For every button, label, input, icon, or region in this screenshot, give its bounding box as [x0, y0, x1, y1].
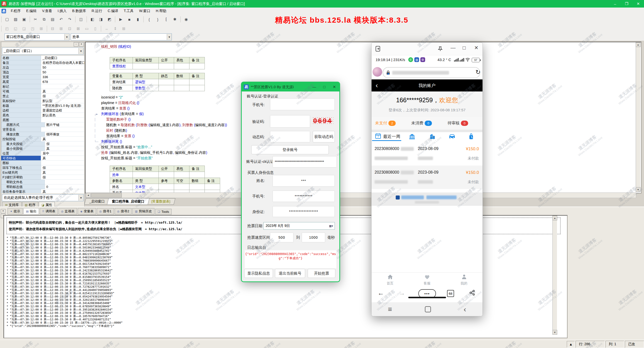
property-value[interactable]: 在程序启动后自动调入本窗口: [41, 60, 84, 65]
property-value[interactable]: 真: [41, 89, 84, 94]
property-value[interactable]: [41, 127, 84, 132]
maximize-icon[interactable]: □: [463, 45, 466, 51]
stop-icon[interactable]: ■: [125, 16, 133, 23]
win1-icon[interactable]: ◧: [88, 16, 96, 23]
output-tab-提示[interactable]: ✦提示: [8, 208, 23, 215]
menu-item[interactable]: C.编译: [105, 8, 121, 14]
open-icon[interactable]: ▨: [12, 16, 20, 23]
scroll-left-icon[interactable]: ◄: [86, 193, 91, 198]
scroll-up-icon[interactable]: ▲: [636, 42, 640, 47]
order-row[interactable]: 202308080002023-08-09¥150.0未付款: [372, 166, 482, 189]
property-value[interactable]: 真: [41, 156, 84, 161]
chevron-down-icon[interactable]: ▼: [64, 34, 69, 40]
sz3-icon[interactable]: ⊞: [120, 25, 128, 32]
code-vertical-scrollbar[interactable]: ▲ ▼: [636, 42, 640, 192]
property-row[interactable]: 底图方式图片平铺: [1, 122, 84, 127]
copy-icon[interactable]: ⧉: [40, 16, 48, 23]
grid2-icon[interactable]: ◱: [12, 25, 20, 32]
chevron-down-icon[interactable]: ▼: [78, 195, 83, 201]
property-row[interactable]: 可视真: [1, 89, 84, 94]
scroll-down-icon[interactable]: ▼: [636, 187, 640, 192]
property-value[interactable]: _启动窗口: [41, 56, 84, 60]
property-row[interactable]: 在任务条中显示真: [1, 189, 84, 193]
doc-tab-3[interactable]: [常量数据表]: [146, 198, 175, 205]
brace1-icon[interactable]: {: [145, 16, 153, 23]
new-tab-icon[interactable]: [375, 45, 382, 52]
close-icon[interactable]: ✕: [632, 0, 644, 8]
badge-未消费[interactable]: 未消费0: [411, 121, 432, 126]
maximize-icon[interactable]: □: [319, 85, 329, 89]
property-value[interactable]: [41, 161, 84, 165]
property-row[interactable]: 图标: [1, 161, 84, 165]
output-tab-调用表[interactable]: ⠿调用表: [40, 208, 58, 215]
login-button[interactable]: 登录账号: [251, 145, 329, 154]
recent-apps-icon[interactable]: ≡: [388, 305, 392, 313]
grid5-icon[interactable]: ⊞: [37, 25, 45, 32]
nav-首页[interactable]: 首页: [372, 273, 409, 287]
property-row[interactable]: Esc键关闭真: [1, 170, 84, 175]
hand-icon[interactable]: ✱: [171, 16, 179, 23]
cut-icon[interactable]: ✂: [31, 16, 39, 23]
code-line[interactable]: ┆置随机数种子 (): [94, 117, 641, 122]
code-line[interactable]: 抢单 (编辑框_姓名.内容, 编辑框_手机号1.内容, 编辑框_身份证.内容): [94, 150, 641, 155]
step-icon[interactable]: ▮: [134, 16, 142, 23]
output-tab-剪辑历史[interactable]: ▥剪辑历史: [132, 208, 154, 215]
chevron-down-icon[interactable]: ▼: [167, 34, 172, 40]
dialog-button-3[interactable]: 开始抢票: [308, 269, 335, 278]
property-row[interactable]: 高度678: [1, 79, 84, 84]
luggage-icon[interactable]: [469, 133, 474, 141]
menu-item[interactable]: F.程序: [8, 8, 23, 14]
property-value[interactable]: 真: [41, 170, 84, 175]
code-editor[interactable]: ┆↓线程_销毁 (线程ID)子程序名返回值类型公开易包备 注查票线程 变量名类 …: [85, 42, 641, 193]
panel-float-icon[interactable]: ▫: [74, 42, 78, 46]
minimize-icon[interactable]: —: [309, 85, 319, 89]
property-value[interactable]: 普通固定边框: [41, 108, 84, 113]
minimize-icon[interactable]: —: [451, 45, 456, 51]
property-value[interactable]: 居中: [41, 151, 84, 156]
browser-forward-icon[interactable]: →: [399, 289, 405, 297]
property-row[interactable]: 鼠标指针默认型: [1, 98, 84, 103]
property-value[interactable]: [45, 180, 84, 184]
order-row[interactable]: 202308080002023-08-09¥150.0未付款: [372, 142, 482, 165]
speed-from-input[interactable]: 500: [270, 232, 294, 242]
property-value[interactable]: 假: [45, 141, 84, 146]
property-row[interactable]: 禁止假: [1, 94, 84, 98]
property-value[interactable]: 真: [45, 146, 84, 151]
property-row[interactable]: F1键打开帮助假: [1, 175, 84, 180]
nav-我的[interactable]: 我的: [446, 273, 482, 287]
property-row[interactable]: 可否移动真: [1, 156, 84, 161]
code-horizontal-scrollbar[interactable]: ◄: [86, 192, 636, 198]
url-bar[interactable]: [383, 67, 480, 78]
code-line[interactable]: ┆查询结果 = 查票 (): [94, 133, 641, 139]
brace2-icon[interactable]: }: [154, 16, 162, 23]
al1-icon[interactable]: ⊟: [49, 25, 57, 32]
run-icon[interactable]: ▶: [117, 16, 125, 23]
code-line[interactable]: iscenicid = “2”: [94, 94, 641, 100]
tab-count-button[interactable]: 68: [447, 290, 454, 297]
paste-icon[interactable]: ▤: [49, 16, 57, 23]
date-picker[interactable]: 2023年 8月 9日 ▦▾: [263, 222, 335, 230]
captcha-image[interactable]: 0694: [312, 117, 333, 125]
property-row[interactable]: 标记: [1, 84, 84, 89]
property-row[interactable]: 帮助标志值0: [1, 184, 84, 189]
code-line[interactable]: 查询结果 = 查票 (): [94, 106, 641, 111]
property-value[interactable]: 678: [41, 79, 84, 84]
output-tab-变量表[interactable]: ◈变量表: [78, 208, 96, 215]
log-vertical-scrollbar[interactable]: ▲ ▼: [552, 216, 557, 335]
property-value[interactable]: 默认型: [41, 98, 84, 103]
code-line[interactable]: playtime = 日期格式化 (): [94, 100, 641, 106]
code-line[interactable]: ┆↓线程_销毁 (线程ID): [94, 44, 641, 49]
al3-icon[interactable]: ⊡: [66, 25, 74, 32]
property-row[interactable]: 位置居中: [1, 151, 84, 156]
code-line[interactable]: └─判断循环尾 (): [94, 139, 641, 144]
output-tab-搜寻2[interactable]: ◎搜寻2: [115, 208, 132, 215]
restore-icon[interactable]: ❐: [621, 0, 632, 8]
menu-item[interactable]: E.编辑: [23, 8, 39, 14]
redo-icon[interactable]: ↷: [66, 16, 74, 23]
property-value[interactable]: **景区抢票V1.0 By 道无涯i: [41, 103, 84, 108]
property-row[interactable]: 左边50: [1, 65, 84, 70]
phone-input[interactable]: [270, 98, 335, 110]
menu-item[interactable]: B.数据库: [69, 8, 89, 14]
output-tab-监视表[interactable]: ◎监视表: [59, 208, 77, 215]
code-line[interactable]: ┆随机数 = 取随机数 (到整数 (编辑框_速度1.内容), 到整数 (编辑框_…: [94, 122, 641, 128]
